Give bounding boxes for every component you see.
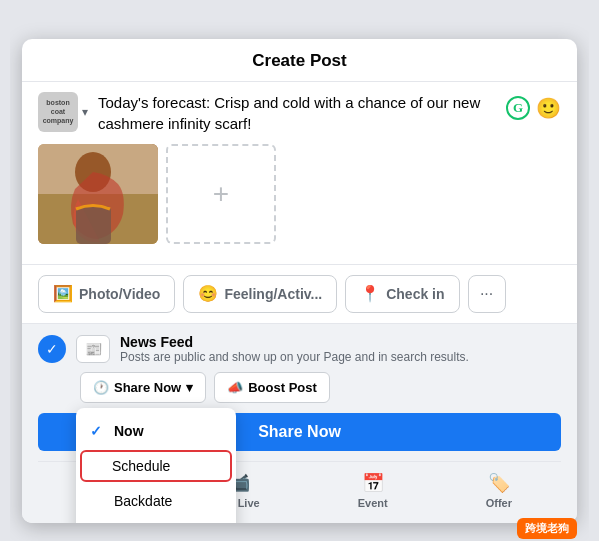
share-now-text: Share Now xyxy=(114,380,181,395)
modal-title: Create Post xyxy=(252,51,346,71)
modal-header: Create Post xyxy=(22,39,577,82)
feeling-activity-button[interactable]: 😊 Feeling/Activ... xyxy=(183,275,337,313)
image-area: + xyxy=(38,144,561,244)
tab-event[interactable]: 📅 Event xyxy=(350,468,396,513)
news-feed-icon-box: 📰 xyxy=(76,335,110,363)
post-image-thumb xyxy=(38,144,158,244)
more-options-button[interactable]: ··· xyxy=(468,275,506,313)
location-icon: 📍 xyxy=(360,284,380,303)
emoji-activity-icon: 😊 xyxy=(198,284,218,303)
dropdown-item-now[interactable]: ✓ Now xyxy=(76,414,236,448)
page-avatar[interactable]: boston coat company xyxy=(38,92,78,132)
publish-label: Share Now xyxy=(258,423,341,440)
news-feed-title: News Feed xyxy=(120,334,561,350)
share-timing-dropdown: ✓ Now ✓ Schedule ✓ Backdate ✓ Save Draft xyxy=(76,408,236,523)
now-label: Now xyxy=(114,423,144,439)
offer-icon: 🏷️ xyxy=(488,472,510,494)
add-photo-button[interactable]: + xyxy=(166,144,276,244)
post-icons: G 🙂 xyxy=(506,92,561,120)
plus-icon: + xyxy=(213,178,229,210)
backdate-checkmark: ✓ xyxy=(90,493,106,509)
watermark: 跨境老狗 xyxy=(517,518,577,539)
share-boost-row: 🕐 Share Now ▾ 📣 Boost Post ✓ Now ✓ xyxy=(38,372,561,403)
share-now-dropdown-button[interactable]: 🕐 Share Now ▾ xyxy=(80,372,206,403)
event-icon: 📅 xyxy=(362,472,384,494)
post-area: boston coat company ▾ Today's forecast: … xyxy=(22,82,577,264)
backdate-label: Backdate xyxy=(114,493,172,509)
avatar-wrap: boston coat company ▾ xyxy=(38,92,88,132)
checkmark: ✓ xyxy=(46,341,58,357)
schedule-checkmark: ✓ xyxy=(92,458,104,474)
photo-video-icon: 🖼️ xyxy=(53,284,73,303)
megaphone-icon: 📣 xyxy=(227,380,243,395)
news-feed-info: News Feed Posts are public and show up o… xyxy=(120,334,561,364)
boost-post-button[interactable]: 📣 Boost Post xyxy=(214,372,330,403)
grammarly-icon[interactable]: G xyxy=(506,96,530,120)
outer-wrapper: Create Post boston coat company ▾ Today'… xyxy=(10,10,589,541)
feeling-label: Feeling/Activ... xyxy=(224,286,322,302)
dropdown-item-save-draft[interactable]: ✓ Save Draft xyxy=(76,518,236,523)
create-post-modal: Create Post boston coat company ▾ Today'… xyxy=(22,39,577,523)
news-feed-icon-glyph: 📰 xyxy=(85,341,102,357)
dropdown-item-schedule[interactable]: ✓ Schedule xyxy=(80,450,232,482)
svg-rect-3 xyxy=(76,206,111,244)
dropdown-item-backdate[interactable]: ✓ Backdate xyxy=(76,484,236,518)
news-feed-row: ✓ 📰 News Feed Posts are public and show … xyxy=(38,334,561,364)
post-top: boston coat company ▾ Today's forecast: … xyxy=(38,92,561,134)
audience-dropdown-arrow[interactable]: ▾ xyxy=(82,105,88,119)
post-image-svg xyxy=(38,144,158,244)
emoji-icon[interactable]: 🙂 xyxy=(536,96,561,120)
more-icon: ··· xyxy=(480,285,493,303)
avatar-text: boston coat company xyxy=(43,98,74,125)
bottom-section: ✓ 📰 News Feed Posts are public and show … xyxy=(22,323,577,523)
post-text: Today's forecast: Crisp and cold with a … xyxy=(98,90,480,132)
tab-offer[interactable]: 🏷️ Offer xyxy=(478,468,520,513)
offer-label: Offer xyxy=(486,497,512,509)
selected-check-icon: ✓ xyxy=(38,335,66,363)
event-label: Event xyxy=(358,497,388,509)
schedule-label: Schedule xyxy=(112,458,170,474)
caret-down-icon: ▾ xyxy=(186,380,193,395)
action-buttons-row: 🖼️ Photo/Video 😊 Feeling/Activ... 📍 Chec… xyxy=(22,264,577,323)
clock-icon: 🕐 xyxy=(93,380,109,395)
check-in-button[interactable]: 📍 Check in xyxy=(345,275,459,313)
check-in-label: Check in xyxy=(386,286,444,302)
photo-video-button[interactable]: 🖼️ Photo/Video xyxy=(38,275,175,313)
photo-video-label: Photo/Video xyxy=(79,286,160,302)
now-checkmark: ✓ xyxy=(90,423,106,439)
post-text-area: Today's forecast: Crisp and cold with a … xyxy=(98,92,496,134)
news-feed-subtitle: Posts are public and show up on your Pag… xyxy=(120,350,561,364)
watermark-text: 跨境老狗 xyxy=(525,521,569,536)
boost-post-label: Boost Post xyxy=(248,380,317,395)
